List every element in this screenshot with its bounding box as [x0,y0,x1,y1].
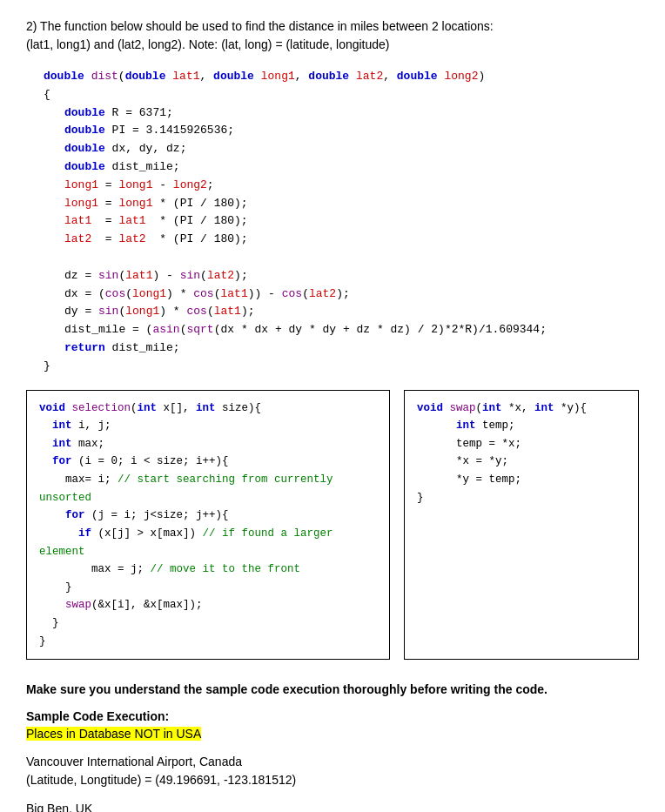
sel-line-4: for (i = 0; i < size; i++){ [39,453,377,471]
sel-line-7: if (x[j] > x[max]) // if found a larger … [39,525,377,560]
swap-line-6: } [417,489,626,507]
dist-line-13: return dist_mile; [64,339,639,358]
swap-line-5: *y = temp; [417,471,626,489]
sel-line-10: swap(&x[i], &x[max]); [39,596,377,614]
dist-line-5: long1 = long1 - long2; [64,177,639,195]
dist-line-1: double R = 6371; [64,104,639,123]
section-note: (lat1, long1) and (lat2, long2). Note: (… [26,37,390,51]
dist-open-brace: { [44,86,639,104]
dist-function-block: double dist(double lat1, double long1, d… [26,68,639,376]
selection-function-box: void selection(int x[], int size){ int i… [26,390,390,661]
sel-line-12: } [39,633,377,651]
place-name-1: Big Ben, UK [26,800,639,812]
dist-close-brace: } [44,358,639,376]
highlighted-text: Places in Database NOT in USA [26,727,201,741]
sel-line-3: int max; [39,435,377,453]
place-entry-0: Vancouver International Airport, Canada … [26,753,639,789]
sel-line-2: int i, j; [39,417,377,435]
highlighted-text-container: Places in Database NOT in USA [26,727,639,741]
dist-line-10: dx = (cos(long1) * cos(lat1)) - cos(lat2… [64,285,639,304]
section-text: The function below should be used to fin… [37,19,493,33]
dist-line-2: double PI = 3.1415926536; [64,122,639,140]
place-name-0: Vancouver International Airport, Canada [26,753,639,771]
sample-label: Sample Code Execution: [26,709,639,723]
place-entry-1: Big Ben, UK (Latitude, Longtitude) = (51… [26,800,639,812]
sel-line-9: } [39,579,377,597]
swap-line-3: temp = *x; [417,435,626,453]
place-coords-0: (Latitude, Longtitude) = (49.196691, -12… [26,771,639,789]
section-number: 2) [26,19,37,33]
swap-function-box: void swap(int *x, int *y){ int temp; tem… [404,390,639,661]
bold-instruction: Make sure you understand the sample code… [26,681,639,699]
dist-line-6: long1 = long1 * (PI / 180); [64,195,639,213]
code-columns: void selection(int x[], int size){ int i… [26,390,639,661]
dist-line-4: double dist_mile; [64,158,639,177]
places-list: Vancouver International Airport, Canada … [26,753,639,812]
sel-line-1: void selection(int x[], int size){ [39,399,377,418]
dist-line-3: double dx, dy, dz; [64,140,639,158]
swap-line-4: *x = *y; [417,453,626,471]
sel-line-11: } [39,614,377,633]
swap-line-2: int temp; [417,417,626,435]
dist-signature-line: double dist(double lat1, double long1, d… [44,68,639,86]
sel-line-8: max = j; // move it to the front [39,560,377,579]
sel-line-6: for (j = i; j<size; j++){ [39,507,377,525]
dist-line-7: lat1 = lat1 * (PI / 180); [64,212,639,231]
dist-line-12: dist_mile = (asin(sqrt(dx * dx + dy * dy… [64,321,639,339]
dist-line-8: lat2 = lat2 * (PI / 180); [64,231,639,249]
sel-line-5: max= i; // start searching from currentl… [39,471,377,507]
section-intro: 2) The function below should be used to … [26,17,639,54]
dist-line-11: dy = sin(long1) * cos(lat1); [64,303,639,321]
swap-line-1: void swap(int *x, int *y){ [417,399,626,418]
dist-line-9: dz = sin(lat1) - sin(lat2); [64,267,639,285]
